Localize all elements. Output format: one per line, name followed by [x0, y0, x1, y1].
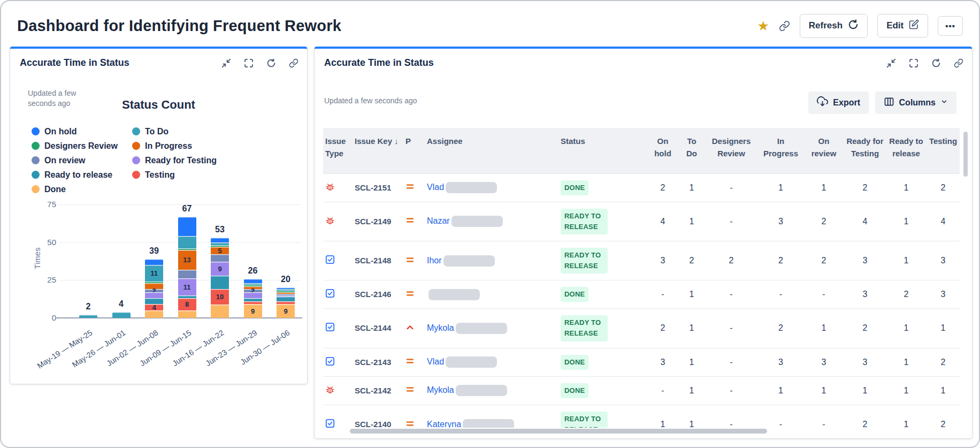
legend-item[interactable]: Ready to release: [32, 170, 132, 180]
status-count-cell: 1: [886, 405, 927, 428]
bar-stack: [79, 315, 97, 318]
priority-medium-icon: [405, 358, 415, 367]
column-header-to-do[interactable]: To Do: [679, 128, 705, 173]
status-count-cell: 1: [886, 173, 927, 202]
column-header-in-progress[interactable]: In Progress: [758, 128, 803, 173]
redacted-name-blob: [456, 385, 507, 396]
edit-button-label: Edit: [886, 20, 904, 31]
status-count-cell: 1: [758, 376, 803, 405]
column-header-issue-key[interactable]: Issue Key ↓: [353, 128, 403, 173]
assignee-link[interactable]: Mykola: [427, 323, 454, 332]
legend-swatch: [32, 171, 40, 179]
horizontal-scrollbar[interactable]: [350, 429, 767, 434]
task-icon: [325, 291, 335, 300]
collapse-icon[interactable]: [221, 58, 231, 68]
refresh-widget-icon[interactable]: [931, 58, 941, 68]
status-count-cell: -: [647, 376, 679, 405]
expand-icon[interactable]: [909, 58, 918, 68]
bar-total-label: 20: [270, 275, 302, 284]
status-count-cell: 2: [886, 280, 927, 309]
export-button[interactable]: Export: [808, 92, 869, 114]
link-widget-icon[interactable]: [954, 58, 963, 68]
status-count-cell: -: [705, 405, 758, 428]
edit-button[interactable]: Edit: [877, 14, 928, 37]
share-link-icon[interactable]: [779, 20, 790, 32]
assignee-link[interactable]: Vlad: [427, 183, 444, 192]
column-header-designers-review[interactable]: Designers Review: [705, 128, 758, 173]
column-header-on-review[interactable]: On review: [803, 128, 844, 173]
status-count-cell: -: [758, 405, 803, 428]
assignee-link[interactable]: Nazar: [427, 216, 450, 225]
column-header-testing[interactable]: Testing: [927, 128, 960, 173]
refresh-widget-icon[interactable]: [266, 58, 276, 68]
assignee-link[interactable]: Kateryna: [427, 419, 461, 428]
bar-segment: [244, 292, 262, 298]
column-header-label: Issue Type: [325, 136, 346, 158]
assignee-cell: Kateryna: [425, 405, 558, 428]
status-count-cell: 2: [647, 309, 679, 348]
legend-swatch: [132, 171, 140, 179]
column-header-ready-for-testing[interactable]: Ready for Testing: [844, 128, 886, 173]
column-header-issue-type[interactable]: Issue Type: [323, 128, 353, 173]
priority-cell: [403, 309, 425, 348]
legend-label: Designers Review: [44, 141, 118, 151]
status-count-cell: 1: [679, 376, 705, 405]
legend-item[interactable]: Done: [32, 185, 132, 194]
column-header-status[interactable]: Status: [558, 128, 647, 173]
column-header-p[interactable]: P: [403, 128, 425, 173]
priority-cell: [403, 348, 425, 376]
bar-stack: 1124: [145, 259, 163, 318]
legend-swatch: [32, 156, 40, 164]
legend-item[interactable]: Testing: [132, 170, 217, 180]
sort-desc-icon: ↓: [392, 136, 399, 146]
status-count-cell: 1: [886, 202, 927, 241]
column-header-ready-to-release[interactable]: Ready to release: [886, 128, 927, 173]
issue-key-cell: SCL-2140: [353, 405, 403, 428]
legend-item[interactable]: On review: [32, 156, 132, 165]
legend-item[interactable]: To Do: [132, 127, 217, 136]
link-widget-icon[interactable]: [289, 58, 298, 68]
refresh-icon: [848, 19, 859, 33]
assignee-link[interactable]: Mykola: [427, 385, 454, 394]
legend-item[interactable]: On hold: [32, 127, 132, 136]
redacted-name-blob: [443, 255, 495, 267]
favorite-star-icon[interactable]: ★: [757, 19, 769, 33]
assignee-link[interactable]: Vlad: [427, 357, 444, 366]
legend-label: To Do: [145, 127, 169, 136]
chevron-down-icon: [940, 98, 948, 108]
status-count-cell: 1: [679, 348, 705, 376]
status-badge: READY TO RELEASE: [561, 412, 608, 428]
status-count-cell: -: [705, 348, 758, 376]
redacted-name-blob: [456, 323, 507, 334]
column-header-assignee[interactable]: Assignee: [425, 128, 558, 173]
topbar-actions: ★ Refresh Edit •••: [757, 14, 963, 38]
column-header-on-hold[interactable]: On hold: [647, 128, 679, 173]
expand-icon[interactable]: [244, 58, 254, 68]
vertical-scrollbar[interactable]: [963, 132, 968, 177]
bar-segment: [112, 312, 131, 318]
legend-item[interactable]: Designers Review: [32, 141, 132, 151]
status-count-cell: 1: [886, 309, 927, 348]
bar-total-label: 2: [72, 302, 104, 312]
redacted-name-blob: [446, 356, 497, 368]
legend-item[interactable]: Ready for Testing: [132, 156, 217, 165]
status-badge: DONE: [561, 355, 588, 370]
chart-widget-controls: [221, 58, 298, 68]
bar-stack: [112, 312, 131, 318]
issue-key-cell: SCL-2148: [353, 241, 403, 280]
columns-button[interactable]: Columns: [875, 92, 956, 114]
refresh-button[interactable]: Refresh: [800, 14, 868, 38]
issue-key: SCL-2151: [355, 183, 391, 192]
table-row: SCL-2148IhorREADY TO RELEASE32222313: [323, 241, 960, 280]
status-table-container: Issue TypeIssue Key ↓PAssigneeStatusOn h…: [323, 128, 965, 428]
collapse-icon[interactable]: [886, 58, 896, 68]
issue-key-cell: SCL-2146: [353, 280, 403, 309]
edit-icon: [909, 19, 919, 32]
bar-segment: 11: [145, 265, 163, 282]
y-tick-label: 75: [47, 200, 56, 209]
status-count-cell: -: [705, 173, 758, 202]
more-actions-button[interactable]: •••: [938, 16, 963, 36]
legend-item[interactable]: In Progress: [132, 141, 217, 151]
bar-segment: [277, 297, 295, 301]
assignee-link[interactable]: Ihor: [427, 255, 442, 264]
